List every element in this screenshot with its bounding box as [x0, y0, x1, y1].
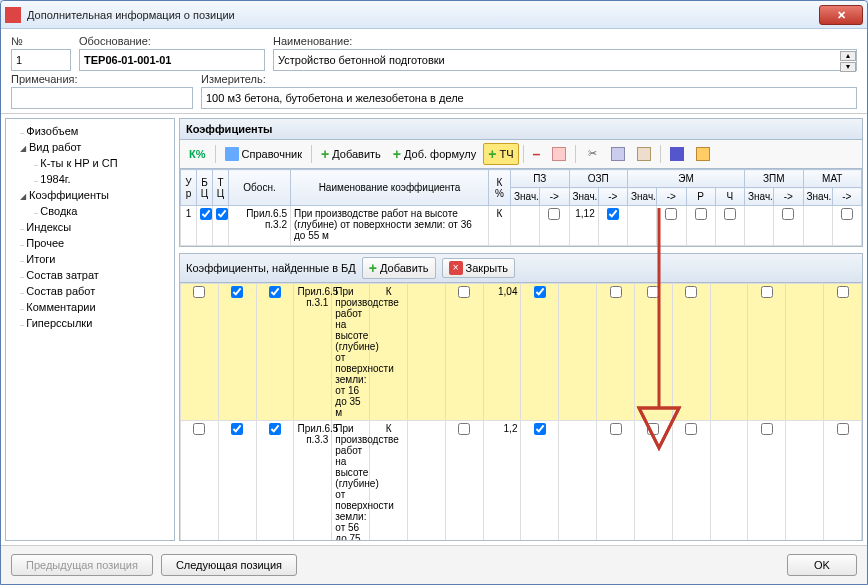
plus-formula-icon: + — [393, 146, 401, 162]
table-row[interactable]: 1 Прил.6.5 п.3.2 При производстве работ … — [181, 206, 862, 246]
window: Дополнительная информация о позиции ✕ № … — [0, 0, 868, 585]
osn-input[interactable] — [79, 49, 265, 71]
prim-label: Примечания: — [11, 73, 193, 85]
prim-input[interactable] — [11, 87, 193, 109]
add-button[interactable]: +Добавить — [316, 143, 386, 165]
header-area: № Обоснование: Наименование: ▴ ▾ Примеча… — [1, 29, 867, 113]
save-icon — [670, 147, 684, 161]
plus-db-icon: + — [369, 260, 377, 276]
next-button[interactable]: Следующая позиция — [161, 554, 297, 576]
tree-item[interactable]: Индексы — [6, 219, 174, 235]
cut-button[interactable]: ✂ — [580, 144, 604, 164]
tree-item[interactable]: К-ты к НР и СП — [6, 155, 174, 171]
grid-checkbox[interactable] — [761, 423, 773, 435]
save-button[interactable] — [665, 144, 689, 164]
tch-button[interactable]: +ТЧ — [483, 143, 518, 165]
grid-checkbox[interactable] — [231, 423, 243, 435]
grid2: Прил.6.5 п.3.1 При производстве работ на… — [180, 283, 862, 541]
grid-checkbox[interactable] — [534, 423, 546, 435]
izm-label: Измеритель: — [201, 73, 857, 85]
grid2-wrap: Прил.6.5 п.3.1 При производстве работ на… — [179, 283, 863, 541]
grid-checkbox[interactable] — [610, 423, 622, 435]
grid-checkbox[interactable] — [647, 286, 659, 298]
grid-checkbox[interactable] — [761, 286, 773, 298]
grid-checkbox[interactable] — [458, 423, 470, 435]
cut-icon: ✂ — [585, 147, 599, 161]
db-bar: Коэффициенты, найденные в БД +Добавить ×… — [179, 253, 863, 283]
naim-label: Наименование: — [273, 35, 857, 47]
table-row[interactable]: Прил.6.5 п.3.3 При производстве работ на… — [181, 421, 862, 542]
footer: Предыдущая позиция Следующая позиция OK — [1, 545, 867, 584]
close-button[interactable]: ✕ — [819, 5, 863, 25]
copy-icon — [611, 147, 625, 161]
grid-checkbox[interactable] — [607, 208, 619, 220]
grid-checkbox[interactable] — [269, 286, 281, 298]
naim-scroll-up[interactable]: ▴ — [840, 51, 856, 61]
tree-item[interactable]: Комментарии — [6, 299, 174, 315]
kpct-button[interactable]: К% — [184, 145, 211, 163]
add-formula-button[interactable]: +Доб. формулу — [388, 143, 481, 165]
ref-button[interactable]: Справочник — [220, 144, 308, 164]
prev-button[interactable]: Предыдущая позиция — [11, 554, 153, 576]
grid-checkbox[interactable] — [534, 286, 546, 298]
tree-item[interactable]: Коэффициенты — [6, 187, 174, 203]
osn-label: Обоснование: — [79, 35, 265, 47]
db-bar-title: Коэффициенты, найденные в БД — [186, 262, 356, 274]
grid-checkbox[interactable] — [548, 208, 560, 220]
grid-checkbox[interactable] — [200, 208, 212, 220]
grid-checkbox[interactable] — [837, 286, 849, 298]
num-input[interactable] — [11, 49, 71, 71]
grid-checkbox[interactable] — [724, 208, 736, 220]
grid-checkbox[interactable] — [841, 208, 853, 220]
plus-icon: + — [321, 146, 329, 162]
grid-checkbox[interactable] — [695, 208, 707, 220]
tree-item[interactable]: Сводка — [6, 203, 174, 219]
plus-tch-icon: + — [488, 146, 496, 162]
tree-item[interactable]: Состав затрат — [6, 267, 174, 283]
close-db-icon: × — [449, 261, 463, 275]
open-icon — [696, 147, 710, 161]
tree-item[interactable]: Состав работ — [6, 283, 174, 299]
grid-checkbox[interactable] — [647, 423, 659, 435]
izm-input[interactable] — [201, 87, 857, 109]
grid-checkbox[interactable] — [837, 423, 849, 435]
minus-icon: – — [533, 146, 541, 162]
paste-button[interactable] — [632, 144, 656, 164]
naim-input[interactable] — [273, 49, 857, 71]
toolbar: К% Справочник +Добавить +Доб. формулу +Т… — [179, 140, 863, 169]
grid-checkbox[interactable] — [685, 423, 697, 435]
grid1: У р Б Ц Т Ц Обосн. Наименование коэффици… — [180, 169, 862, 246]
paste-icon — [637, 147, 651, 161]
right-panel: Коэффициенты К% Справочник +Добавить +До… — [179, 118, 863, 541]
naim-scroll-down[interactable]: ▾ — [840, 62, 856, 72]
grid-checkbox[interactable] — [610, 286, 622, 298]
tree-item[interactable]: 1984г. — [6, 171, 174, 187]
grid-checkbox[interactable] — [193, 423, 205, 435]
erase-button[interactable] — [547, 144, 571, 164]
db-close-button[interactable]: ×Закрыть — [442, 258, 515, 278]
grid-checkbox[interactable] — [665, 208, 677, 220]
grid-checkbox[interactable] — [458, 286, 470, 298]
grid-checkbox[interactable] — [782, 208, 794, 220]
grid-checkbox[interactable] — [269, 423, 281, 435]
grid-checkbox[interactable] — [231, 286, 243, 298]
tree-item[interactable]: Гиперссылки — [6, 315, 174, 331]
tree-item[interactable]: Итоги — [6, 251, 174, 267]
open-button[interactable] — [691, 144, 715, 164]
tree-item[interactable]: Вид работ — [6, 139, 174, 155]
copy-button[interactable] — [606, 144, 630, 164]
tree-panel: ФизобъемВид работК-ты к НР и СП1984г.Коэ… — [5, 118, 175, 541]
tree-item[interactable]: Физобъем — [6, 123, 174, 139]
grid-checkbox[interactable] — [193, 286, 205, 298]
eraser-icon — [552, 147, 566, 161]
book-icon — [225, 147, 239, 161]
grid-checkbox[interactable] — [216, 208, 228, 220]
panel-title: Коэффициенты — [179, 118, 863, 140]
grid-checkbox[interactable] — [685, 286, 697, 298]
ok-button[interactable]: OK — [787, 554, 857, 576]
db-add-button[interactable]: +Добавить — [362, 257, 436, 279]
table-row[interactable]: Прил.6.5 п.3.1 При производстве работ на… — [181, 284, 862, 421]
remove-button[interactable]: – — [528, 143, 546, 165]
tree-item[interactable]: Прочее — [6, 235, 174, 251]
grid1-wrap: У р Б Ц Т Ц Обосн. Наименование коэффици… — [179, 169, 863, 247]
